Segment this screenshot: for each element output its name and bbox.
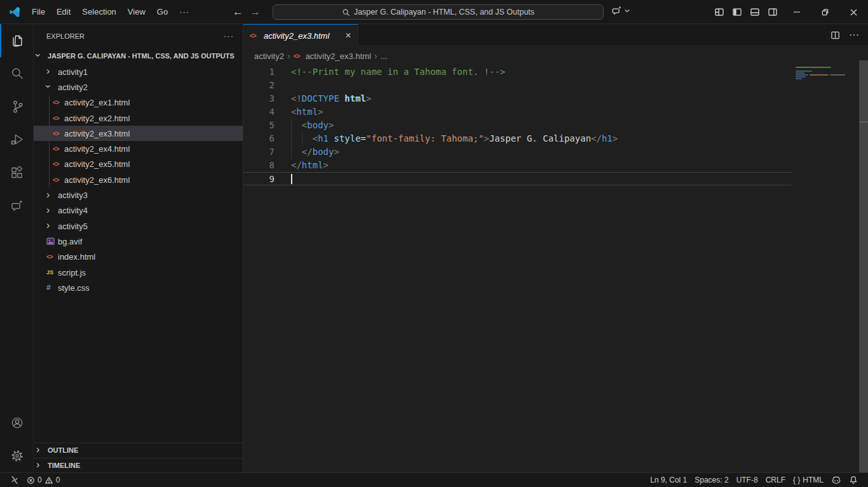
activity-settings-button[interactable] <box>0 439 33 472</box>
toggle-panel-icon[interactable] <box>750 7 760 17</box>
code-line-9[interactable]: 9 <box>243 172 792 185</box>
chevron-right-icon <box>36 446 46 455</box>
code-line-7[interactable]: 7 </body> <box>243 145 792 159</box>
customize-layout-icon[interactable] <box>714 7 724 17</box>
indentation[interactable]: Spaces: 2 <box>691 476 732 484</box>
tree-item-label: activity2_ex2.html <box>64 114 130 123</box>
activity-source-control-button[interactable] <box>0 90 33 123</box>
toggle-primary-sidebar-icon[interactable] <box>732 7 742 17</box>
editor-more-actions-button[interactable]: ··· <box>849 29 859 41</box>
tree-item-bg.avif[interactable]: bg.avif <box>34 234 243 249</box>
minimap-bar <box>796 72 804 74</box>
minimize-button[interactable] <box>782 0 811 24</box>
command-center-search[interactable]: Jasper G. Calipayan - HTML, CSS, and JS … <box>273 4 604 20</box>
warning-icon <box>44 476 53 484</box>
section-timeline[interactable]: TIMELINE <box>34 458 243 473</box>
tree-item-label: activity3 <box>58 190 88 200</box>
tree-item-index.html[interactable]: <>index.html <box>34 250 243 265</box>
activity-extensions-button[interactable] <box>0 156 33 189</box>
menu-go[interactable]: Go <box>151 4 173 19</box>
menu-file[interactable]: File <box>26 4 51 19</box>
problems-indicator[interactable]: 0 0 <box>23 476 64 484</box>
menu-edit[interactable]: Edit <box>51 4 76 19</box>
activity-run-and-debug-button[interactable] <box>0 123 33 156</box>
activity-search-button[interactable] <box>0 57 33 90</box>
token-tag: html <box>302 160 323 170</box>
split-editor-icon[interactable] <box>831 30 840 40</box>
breadcrumb-item[interactable]: activity2 <box>254 51 284 61</box>
token-punct: > <box>334 147 339 157</box>
tab-activity2_ex3[interactable]: <> activity2_ex3.html ✕ <box>243 24 358 46</box>
token-plain: = <box>361 133 366 143</box>
activity-explorer-button[interactable] <box>0 24 33 57</box>
menu-more-button[interactable]: ··· <box>173 4 195 19</box>
code-line-6[interactable]: 6 <h1 style="font-family: Tahoma;">Jaspe… <box>243 132 792 145</box>
restore-button[interactable] <box>811 0 839 24</box>
section-outline[interactable]: OUTLINE <box>34 443 243 458</box>
token-attr: style <box>334 133 360 143</box>
tree-item-activity4[interactable]: activity4 <box>34 203 243 218</box>
tree-item-activity2_ex4.html[interactable]: <>activity2_ex4.html <box>34 141 243 156</box>
html-file-icon: <> <box>53 99 63 106</box>
close-button[interactable] <box>839 0 868 24</box>
code-line-5[interactable]: 5 <body> <box>243 119 792 132</box>
back-arrow-icon[interactable]: ← <box>233 6 243 18</box>
menu-view[interactable]: View <box>122 4 151 19</box>
eol-sequence[interactable]: CRLF <box>762 476 789 484</box>
language-mode[interactable]: { } HTML <box>789 476 827 484</box>
code-line-8[interactable]: 8</html> <box>243 159 792 172</box>
status-right: Ln 9, Col 1 Spaces: 2 UTF-8 CRLF { } HTM… <box>646 476 862 484</box>
code-area[interactable]: 1<!--Print my name in a Tahoma font. !--… <box>243 65 868 472</box>
activity-chat-button[interactable] <box>0 189 33 222</box>
copilot-status-button[interactable] <box>827 476 845 484</box>
forward-arrow-icon[interactable]: → <box>250 6 261 18</box>
code-line-1[interactable]: 1<!--Print my name in a Tahoma font. !--… <box>243 65 792 79</box>
remote-indicator[interactable] <box>6 476 23 484</box>
tree-item-activity2_ex2.html[interactable]: <>activity2_ex2.html <box>34 110 243 126</box>
encoding[interactable]: UTF-8 <box>733 476 762 484</box>
breadcrumb-item[interactable]: activity2_ex3.html <box>306 51 371 61</box>
minimap[interactable] <box>796 65 858 80</box>
section-label: OUTLINE <box>48 446 78 454</box>
toggle-secondary-sidebar-icon[interactable] <box>768 7 778 17</box>
tab-close-icon[interactable]: ✕ <box>345 31 351 40</box>
minimap-line <box>796 74 858 76</box>
error-count: 0 <box>37 476 42 484</box>
line-number: 8 <box>243 159 275 172</box>
minimize-icon <box>793 8 801 16</box>
token-tag: body <box>313 147 334 157</box>
tree-item-label: activity5 <box>58 222 88 231</box>
tree-item-activity2_ex6.html[interactable]: <>activity2_ex6.html <box>34 172 243 187</box>
tree-item-activity2_ex5.html[interactable]: <>activity2_ex5.html <box>34 157 243 172</box>
activity-account-button[interactable] <box>0 406 33 439</box>
tree-item-activity2[interactable]: activity2 <box>34 79 243 95</box>
tree-item-activity5[interactable]: activity5 <box>34 218 243 234</box>
search-icon <box>10 66 25 81</box>
tree-item-style.css[interactable]: #style.css <box>34 280 243 295</box>
code-line-3[interactable]: 3<!DOCTYPE html> <box>243 92 792 105</box>
sidebar-more-actions-button[interactable]: ··· <box>224 31 234 41</box>
minimap-line <box>796 69 858 70</box>
cursor-position[interactable]: Ln 9, Col 1 <box>646 476 691 484</box>
workspace-root-row[interactable]: JASPER G. CALIPAYAN - HTML, CSS, AND JS … <box>34 48 243 64</box>
code-line-2[interactable]: 2 <box>243 79 792 92</box>
copilot-menu-button[interactable] <box>611 5 630 17</box>
tree-item-activity3[interactable]: activity3 <box>34 187 243 203</box>
breadcrumb-item[interactable]: ... <box>381 51 388 61</box>
minimap-bar <box>796 70 812 72</box>
tree-item-activity2_ex1.html[interactable]: <>activity2_ex1.html <box>34 95 243 110</box>
source-control-icon <box>10 99 25 114</box>
notifications-button[interactable] <box>845 476 862 484</box>
token-punct: > <box>484 133 489 143</box>
tree-item-script.js[interactable]: JSscript.js <box>34 265 243 280</box>
minimap-bar <box>796 67 831 68</box>
token-tag: h1 <box>602 133 613 143</box>
code-line-4[interactable]: 4<html> <box>243 105 792 119</box>
editor-scrollbar[interactable] <box>859 60 868 472</box>
close-icon <box>850 8 858 17</box>
sidebar-bottom-sections: OUTLINETIMELINE <box>34 443 243 472</box>
tree-item-activity1[interactable]: activity1 <box>34 64 243 79</box>
menu-selection[interactable]: Selection <box>76 4 121 19</box>
css-file-icon: # <box>46 283 57 292</box>
tree-item-activity2_ex3.html[interactable]: <>activity2_ex3.html <box>34 126 243 141</box>
